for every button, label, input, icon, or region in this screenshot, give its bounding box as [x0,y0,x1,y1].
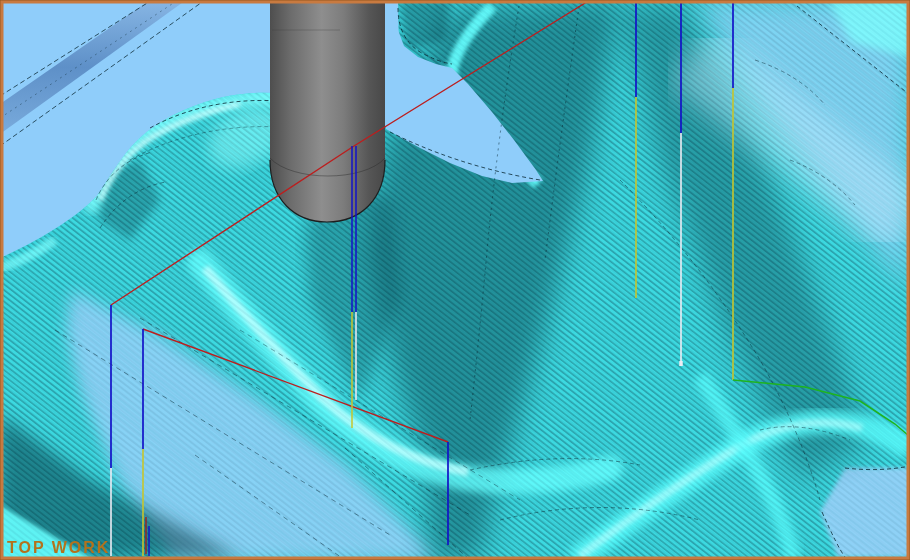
view-label: TOP WORK [7,539,110,556]
machining-simulation-view[interactable]: TOP WORK [0,0,910,560]
cam-viewport[interactable]: TOP WORK [0,0,910,560]
